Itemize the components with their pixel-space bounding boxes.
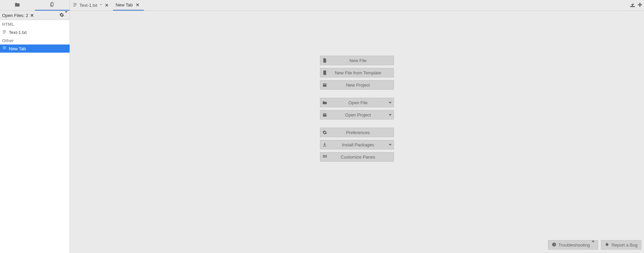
project-open-icon bbox=[320, 112, 329, 117]
sidebar-group-other: Other bbox=[0, 36, 70, 44]
tab-newtab[interactable]: New Tab ✕ bbox=[113, 0, 144, 11]
sidebar-tab-files[interactable] bbox=[35, 0, 70, 11]
folder-icon bbox=[15, 2, 20, 8]
chevron-down-icon bbox=[592, 242, 594, 248]
help-icon: ? bbox=[552, 242, 556, 248]
tab-text1[interactable]: Text-1.txt * ✕ bbox=[70, 0, 113, 11]
troubleshooting-button[interactable]: ? Troubleshooting bbox=[548, 240, 599, 250]
open-file-button[interactable]: Open File bbox=[320, 98, 394, 107]
welcome-group-new: New File New File from Template bbox=[320, 56, 394, 90]
install-packages-button[interactable]: Install Packages bbox=[320, 140, 394, 149]
grid-icon bbox=[320, 155, 329, 159]
customize-panes-button[interactable]: Customize Panes bbox=[320, 152, 394, 162]
open-files-label: Open Files: 2 bbox=[2, 13, 28, 18]
chevron-down-icon bbox=[387, 144, 394, 146]
welcome-group-settings: Preferences Install Packages bbox=[320, 128, 394, 162]
new-file-template-button[interactable]: New File from Template bbox=[320, 68, 394, 77]
button-label: Install Packages bbox=[329, 142, 387, 147]
button-label: Open Project bbox=[329, 112, 387, 118]
sidebar-group-html: HTML bbox=[0, 20, 70, 28]
project-icon bbox=[320, 83, 329, 87]
sidebar-item-newtab[interactable]: New Tab bbox=[0, 44, 70, 53]
open-project-button[interactable]: Open Project bbox=[320, 110, 394, 120]
pin-icon bbox=[630, 2, 635, 8]
modified-indicator: * bbox=[100, 3, 102, 8]
chevron-down-icon bbox=[387, 102, 394, 104]
button-label: Troubleshooting bbox=[558, 242, 590, 248]
new-file-button[interactable]: New File bbox=[320, 56, 394, 65]
chevron-down-icon bbox=[65, 13, 68, 18]
button-label: New Project bbox=[329, 83, 387, 88]
sidebar-item-label: New Tab bbox=[9, 46, 26, 51]
tab-close-icon[interactable]: ✕ bbox=[104, 3, 110, 8]
editor-area: Text-1.txt * ✕ New Tab ✕ bbox=[70, 0, 644, 253]
status-bar: ? Troubleshooting Report a Bug bbox=[548, 240, 641, 250]
open-files-header: Open Files: 2 ✕ bbox=[0, 11, 70, 20]
file-blank-icon bbox=[2, 46, 9, 52]
download-icon bbox=[320, 142, 329, 147]
sidebar-settings-button[interactable] bbox=[59, 13, 68, 18]
sidebar: Open Files: 2 ✕ HTML Text-1.txt Other bbox=[0, 0, 70, 253]
report-bug-button[interactable]: Report a Bug bbox=[601, 240, 641, 250]
chevron-down-icon bbox=[387, 114, 394, 116]
button-label: Customize Panes bbox=[329, 155, 387, 160]
file-template-icon bbox=[320, 70, 329, 75]
tab-close-icon[interactable]: ✕ bbox=[135, 2, 140, 7]
new-project-button[interactable]: New Project bbox=[320, 80, 394, 90]
file-text-icon bbox=[73, 2, 77, 8]
tab-label: Text-1.txt bbox=[79, 3, 97, 8]
gear-icon bbox=[59, 13, 64, 18]
preferences-button[interactable]: Preferences bbox=[320, 128, 394, 137]
gear-icon bbox=[320, 130, 329, 135]
welcome-panel: New File New File from Template bbox=[70, 11, 644, 253]
file-text-icon bbox=[2, 30, 9, 35]
file-add-icon bbox=[320, 58, 329, 63]
bug-icon bbox=[605, 242, 609, 248]
tabbar-right-controls bbox=[630, 0, 644, 11]
button-label: New File from Template bbox=[329, 70, 387, 75]
svg-text:?: ? bbox=[553, 243, 555, 246]
new-tab-button[interactable] bbox=[637, 2, 643, 8]
close-icon[interactable]: ✕ bbox=[30, 13, 34, 18]
sidebar-tab-folder[interactable] bbox=[0, 0, 35, 11]
button-label: Preferences bbox=[329, 130, 387, 135]
welcome-group-open: Open File Open Project bbox=[320, 98, 394, 120]
sidebar-item-label: Text-1.txt bbox=[9, 30, 27, 35]
sidebar-item-text1[interactable]: Text-1.txt bbox=[0, 28, 70, 36]
button-label: Open File bbox=[329, 100, 387, 105]
plus-icon bbox=[637, 2, 643, 8]
editor-tabbar: Text-1.txt * ✕ New Tab ✕ bbox=[70, 0, 644, 11]
button-label: Report a Bug bbox=[611, 242, 638, 248]
folder-open-icon bbox=[320, 100, 329, 105]
button-label: New File bbox=[329, 58, 387, 63]
sidebar-top-tabs bbox=[0, 0, 70, 11]
pin-button[interactable] bbox=[630, 2, 635, 8]
files-icon bbox=[50, 2, 55, 8]
tab-label: New Tab bbox=[116, 2, 133, 7]
